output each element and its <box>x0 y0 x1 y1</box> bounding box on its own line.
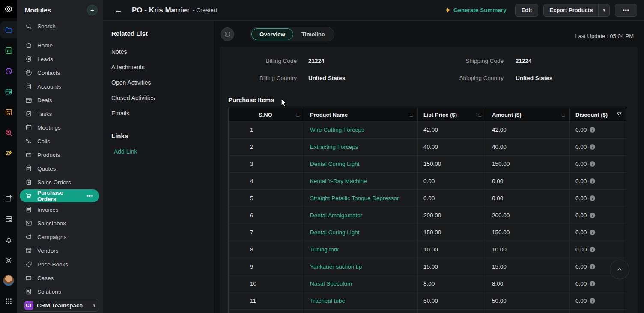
export-dropdown-caret[interactable]: ▾ <box>598 4 609 16</box>
zoho-logo[interactable] <box>0 0 17 18</box>
generate-summary-button[interactable]: ✦ Generate Summary <box>445 6 506 14</box>
tab-overview[interactable]: Overview <box>251 28 293 40</box>
product-link[interactable]: Extracting Forceps <box>310 144 358 150</box>
sidebar-item-label: Quotes <box>37 165 56 172</box>
sidebar-item-purchase-orders[interactable]: Purchase Orders••• <box>20 189 99 202</box>
column-header-s-no: S.NO≡ <box>229 108 304 121</box>
sidebar-item-deals[interactable]: Deals <box>17 93 103 107</box>
info-icon[interactable]: i <box>590 298 595 304</box>
related-item-open-activities[interactable]: Open Activities <box>103 75 214 90</box>
product-link[interactable]: Kental Y-Ray Machine <box>310 178 367 184</box>
column-menu-icon[interactable]: ≡ <box>478 111 482 118</box>
more-icon[interactable]: ••• <box>86 193 95 199</box>
sidebar-item-leads[interactable]: Leads <box>17 52 103 66</box>
sidebar-item-calls[interactable]: Calls <box>17 134 103 148</box>
pie-chart-icon[interactable] <box>0 62 17 80</box>
sidebar-item-products[interactable]: Products <box>17 148 103 162</box>
gear-icon[interactable] <box>0 251 17 269</box>
sidebar-item-invoices[interactable]: Invoices <box>17 203 103 216</box>
cell-sno: 6 <box>229 207 304 224</box>
cell-product: Dental Amalgamator <box>304 207 418 224</box>
search-icon <box>25 22 33 30</box>
info-icon[interactable]: i <box>590 247 595 252</box>
apps-grid-icon[interactable] <box>0 292 17 310</box>
sidebar-item-meetings[interactable]: Meetings <box>17 121 103 134</box>
billing-country-value: United States <box>308 75 345 81</box>
avatar[interactable] <box>0 272 17 289</box>
zia-icon[interactable] <box>0 145 17 162</box>
shipping-country-label: Shipping Country <box>397 75 504 81</box>
info-icon[interactable]: i <box>590 230 595 235</box>
cell-list-price: 150.00 <box>418 156 486 172</box>
sidebar-item-quotes[interactable]: Quotes <box>17 162 103 175</box>
column-header-amount: Amount ($)≡ <box>486 108 570 121</box>
product-link[interactable]: Yankauer suction tip <box>310 263 362 270</box>
table-row: 4Kental Y-Ray Machine0.000.000.00i <box>229 172 626 189</box>
sidebar-item-vendors[interactable]: Vendors <box>17 244 103 257</box>
tab-timeline[interactable]: Timeline <box>293 28 333 40</box>
sidebar-item-contacts[interactable]: Contacts <box>17 66 103 80</box>
back-button[interactable]: ← <box>114 6 122 15</box>
accounts-icon <box>25 83 33 90</box>
shipping-code-label: Shipping Code <box>397 58 504 64</box>
related-item-notes[interactable]: Notes <box>103 44 214 59</box>
sidebar-item-label: Sales Orders <box>37 179 71 186</box>
add-module-button[interactable]: + <box>87 5 98 15</box>
zia-search-icon[interactable] <box>0 124 17 141</box>
related-item-closed-activities[interactable]: Closed Activities <box>103 90 214 106</box>
folder-icon[interactable] <box>0 21 17 38</box>
calendar-icon[interactable] <box>0 210 17 227</box>
info-icon[interactable]: i <box>590 178 595 184</box>
storefront-icon[interactable] <box>0 103 17 121</box>
product-link[interactable]: Dental Amalgamator <box>310 212 362 219</box>
sidebar-item-accounts[interactable]: Accounts <box>17 80 103 93</box>
related-item-attachments[interactable]: Attachments <box>103 59 214 75</box>
collapse-sidebar-button[interactable] <box>221 27 234 41</box>
column-menu-icon[interactable]: ≡ <box>561 111 565 118</box>
cell-list-price: 8.00 <box>418 275 486 292</box>
cell-list-price: 0.00 <box>418 173 486 189</box>
sidebar-item-home[interactable]: Home <box>17 38 103 52</box>
sidebar-item-price-books[interactable]: Price Books <box>17 257 103 271</box>
product-link[interactable]: Nasal Speculum <box>310 281 352 287</box>
product-link[interactable]: Straight Petallic Tongue Depressor <box>310 195 399 201</box>
info-icon[interactable]: i <box>590 161 595 167</box>
column-menu-icon[interactable]: ≡ <box>409 111 413 118</box>
info-icon[interactable]: i <box>590 213 595 218</box>
product-link[interactable]: Tuning fork <box>310 246 339 253</box>
sidebar-item-sales-orders[interactable]: Sales Orders <box>17 175 103 189</box>
more-actions-button[interactable]: ••• <box>615 4 637 17</box>
product-link[interactable]: Wire Cutting Forceps <box>310 127 364 133</box>
info-icon[interactable]: i <box>590 281 595 286</box>
calendar-edit-icon[interactable] <box>0 83 17 100</box>
product-link[interactable]: Dental Curing Light <box>310 229 360 236</box>
sidebar-item-solutions[interactable]: Solutions <box>17 285 103 298</box>
info-icon[interactable]: i <box>590 127 595 133</box>
column-menu-icon[interactable]: ≡ <box>296 111 300 118</box>
sidebar-item-search[interactable]: Search <box>17 19 103 33</box>
sidebar-item-label: Calls <box>37 138 50 145</box>
filter-icon[interactable] <box>616 112 623 118</box>
related-item-emails[interactable]: Emails <box>103 106 214 121</box>
product-link[interactable]: Tracheal tube <box>310 298 345 304</box>
info-icon[interactable]: i <box>590 195 595 201</box>
compose-icon[interactable] <box>0 190 17 207</box>
teamspace-selector[interactable]: CT CRM Teamspace ▾ <box>21 299 99 312</box>
sidebar-item-campaigns[interactable]: Campaigns <box>17 230 103 244</box>
edit-button[interactable]: Edit <box>515 4 539 17</box>
bell-icon[interactable] <box>0 231 17 248</box>
cell-list-price: 150.00 <box>418 224 486 241</box>
info-icon[interactable]: i <box>590 144 595 150</box>
product-link[interactable]: Dental Curing Light <box>310 161 360 167</box>
table-row: 10Nasal Speculum8.008.000.00i <box>229 275 626 292</box>
sidebar-item-salesinbox[interactable]: SalesInbox <box>17 216 103 230</box>
add-link-button[interactable]: Add Link <box>103 139 214 155</box>
table-row: 11Tracheal tube50.0050.000.00i <box>229 292 626 309</box>
scroll-to-top-button[interactable] <box>610 260 629 279</box>
info-icon[interactable]: i <box>590 264 595 269</box>
sidebar-item-cases[interactable]: Cases <box>17 271 103 285</box>
export-products-button[interactable]: Export Products ▾ <box>543 4 610 17</box>
bar-chart-icon[interactable] <box>0 42 17 59</box>
related-items: NotesAttachmentsOpen ActivitiesClosed Ac… <box>103 44 214 121</box>
sidebar-item-tasks[interactable]: Tasks <box>17 107 103 121</box>
